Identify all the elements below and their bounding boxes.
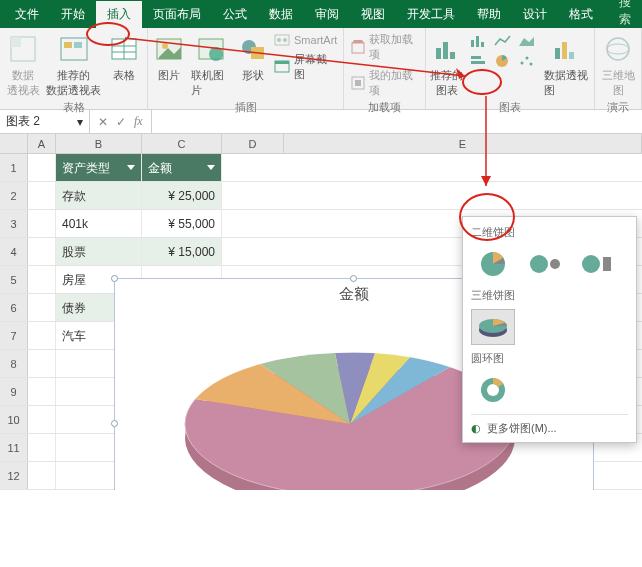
donut-option[interactable] xyxy=(471,372,515,408)
svg-rect-24 xyxy=(443,42,448,59)
tab-chart-format[interactable]: 格式 xyxy=(558,1,604,28)
col-header-c[interactable]: C xyxy=(142,134,222,153)
pivot-table-icon xyxy=(6,32,40,66)
tab-data[interactable]: 数据 xyxy=(258,1,304,28)
tab-insert[interactable]: 插入 xyxy=(96,1,142,28)
tab-page-layout[interactable]: 页面布局 xyxy=(142,1,212,28)
pictures-button[interactable]: 图片 xyxy=(154,32,185,83)
ribbon-tabs: 文件 开始 插入 页面布局 公式 数据 审阅 视图 开发工具 帮助 设计 格式 … xyxy=(0,0,642,28)
row-header[interactable]: 4 xyxy=(0,238,28,265)
section-donut: 圆环图 xyxy=(471,351,628,366)
my-addins-button[interactable]: 我的加载项 xyxy=(350,68,418,98)
shapes-button[interactable]: 形状 xyxy=(237,32,268,83)
svg-rect-3 xyxy=(64,42,72,48)
cell[interactable]: 资产类型 xyxy=(56,154,142,181)
cell[interactable]: 股票 xyxy=(56,238,142,265)
column-headers: A B C D E xyxy=(0,134,642,154)
svg-rect-2 xyxy=(61,38,87,60)
more-pie-charts[interactable]: ◐ 更多饼图(M)... xyxy=(471,414,628,438)
recommended-charts-icon xyxy=(430,32,464,66)
smartart-button[interactable]: SmartArt xyxy=(274,32,337,48)
row-header[interactable]: 3 xyxy=(0,210,28,237)
svg-rect-23 xyxy=(436,48,441,59)
pie-small-icon: ◐ xyxy=(471,422,481,435)
row-header[interactable]: 2 xyxy=(0,182,28,209)
cell[interactable]: 存款 xyxy=(56,182,142,209)
pivot-table-button[interactable]: 数据 透视表 xyxy=(6,32,40,98)
screenshot-button[interactable]: 屏幕截图 xyxy=(274,52,337,82)
recommended-pivot-button[interactable]: 推荐的 数据透视表 xyxy=(46,32,101,98)
col-header-b[interactable]: B xyxy=(56,134,142,153)
tab-help[interactable]: 帮助 xyxy=(466,1,512,28)
column-chart-button[interactable] xyxy=(468,32,490,50)
select-all-corner[interactable] xyxy=(0,134,28,153)
svg-rect-14 xyxy=(251,47,264,59)
shapes-icon xyxy=(236,32,270,66)
handle-nw[interactable] xyxy=(111,275,118,282)
group-charts: 推荐的 图表 数据透视图 图表 xyxy=(426,28,595,109)
chevron-down-icon: ▾ xyxy=(77,115,83,129)
group-addins: 获取加载项 我的加载项 加载项 xyxy=(344,28,425,109)
cell[interactable]: ¥ 15,000 xyxy=(142,238,222,265)
col-header-a[interactable]: A xyxy=(28,134,56,153)
row-header[interactable]: 5 xyxy=(0,266,28,293)
row-header[interactable]: 8 xyxy=(0,350,28,377)
fx-icon[interactable]: fx xyxy=(134,114,143,129)
col-header-e[interactable]: E xyxy=(284,134,642,153)
online-pictures-button[interactable]: 联机图片 xyxy=(191,32,231,98)
handle-n[interactable] xyxy=(350,275,357,282)
cancel-icon[interactable]: ✕ xyxy=(98,115,108,129)
recommended-charts-button[interactable]: 推荐的 图表 xyxy=(432,32,462,98)
area-chart-button[interactable] xyxy=(516,32,538,50)
row-header[interactable]: 9 xyxy=(0,378,28,405)
scatter-chart-button[interactable] xyxy=(516,52,538,70)
row-header[interactable]: 7 xyxy=(0,322,28,349)
handle-w[interactable] xyxy=(111,420,118,427)
tab-review[interactable]: 审阅 xyxy=(304,1,350,28)
svg-rect-37 xyxy=(569,52,574,59)
pie-of-pie-option[interactable] xyxy=(523,246,567,282)
row-header[interactable]: 1 xyxy=(0,154,28,181)
pie-3d-option[interactable] xyxy=(471,309,515,345)
3d-map-button[interactable]: 三维地 图 xyxy=(601,32,635,98)
svg-point-34 xyxy=(529,63,532,66)
tab-formulas[interactable]: 公式 xyxy=(212,1,258,28)
bar-of-pie-option[interactable] xyxy=(575,246,619,282)
cell[interactable]: ¥ 25,000 xyxy=(142,182,222,209)
svg-rect-28 xyxy=(481,42,484,47)
cell[interactable]: 401k xyxy=(56,210,142,237)
svg-rect-26 xyxy=(471,40,474,47)
svg-point-32 xyxy=(520,62,523,65)
store-icon xyxy=(350,39,365,55)
table-button[interactable]: 表格 xyxy=(107,32,141,83)
col-header-d[interactable]: D xyxy=(222,134,284,153)
tab-chart-design[interactable]: 设计 xyxy=(512,1,558,28)
svg-rect-19 xyxy=(275,61,289,64)
worksheet: A B C D E 1资产类型金额2存款¥ 25,0003401k¥ 55,00… xyxy=(0,134,642,490)
enter-icon[interactable]: ✓ xyxy=(116,115,126,129)
svg-point-12 xyxy=(209,47,223,61)
row-header[interactable]: 11 xyxy=(0,434,28,461)
section-2d-pie: 二维饼图 xyxy=(471,225,628,240)
bar-chart-button[interactable] xyxy=(468,52,490,70)
tab-view[interactable]: 视图 xyxy=(350,1,396,28)
get-addins-button[interactable]: 获取加载项 xyxy=(350,32,418,62)
tab-file[interactable]: 文件 xyxy=(4,1,50,28)
svg-point-17 xyxy=(283,38,287,42)
row-header[interactable]: 6 xyxy=(0,294,28,321)
svg-rect-22 xyxy=(355,80,361,86)
pivot-chart-button[interactable]: 数据透视图 xyxy=(544,32,588,98)
cell[interactable]: ¥ 55,000 xyxy=(142,210,222,237)
row-header[interactable]: 10 xyxy=(0,406,28,433)
tell-me[interactable]: 操作说明搜索 xyxy=(610,0,642,28)
tab-home[interactable]: 开始 xyxy=(50,1,96,28)
row-header[interactable]: 12 xyxy=(0,462,28,489)
line-chart-button[interactable] xyxy=(492,32,514,50)
cell[interactable]: 金额 xyxy=(142,154,222,181)
pie-2d-option[interactable] xyxy=(471,246,515,282)
pie-chart-gallery: 二维饼图 三维饼图 圆环图 ◐ 更多饼图(M)... xyxy=(462,216,637,443)
tab-developer[interactable]: 开发工具 xyxy=(396,1,466,28)
svg-rect-46 xyxy=(603,257,611,271)
pie-chart-button[interactable] xyxy=(492,52,514,70)
addins-icon xyxy=(350,75,365,91)
